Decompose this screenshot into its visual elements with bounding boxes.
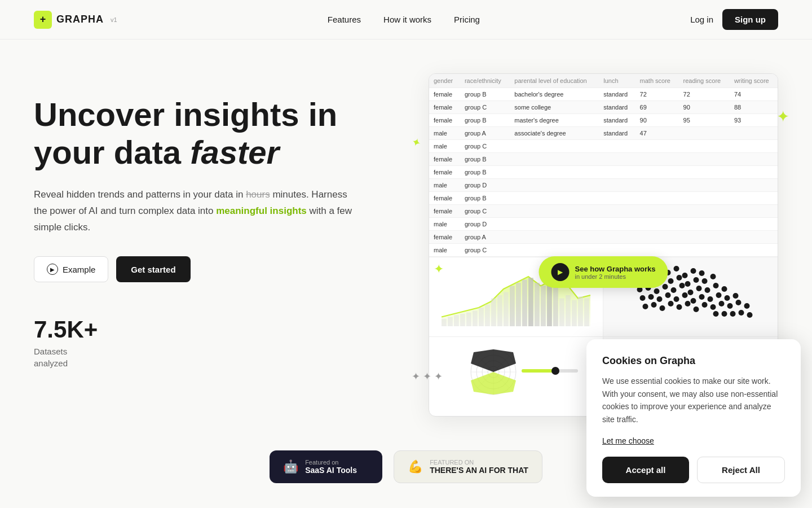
nav-how-it-works[interactable]: How it works [383, 15, 431, 24]
nav-links: Features How it works Pricing [328, 15, 480, 24]
svg-point-47 [671, 287, 677, 293]
svg-point-42 [710, 274, 716, 279]
svg-rect-9 [497, 295, 502, 326]
accept-all-button[interactable]: Accept all [602, 457, 689, 483]
play-text-block: See how Grapha works in under 2 minutes [575, 265, 655, 280]
donut-svg [436, 344, 596, 400]
data-table: gender race/ethnicity parental level of … [429, 74, 778, 257]
svg-rect-22 [578, 296, 583, 326]
stat-label: Datasets analyzed [34, 345, 361, 369]
col-race: race/ethnicity [460, 74, 510, 88]
svg-point-49 [688, 290, 694, 295]
svg-point-68 [660, 305, 665, 311]
svg-rect-6 [479, 308, 484, 326]
navbar: + GRAPHA v1 Features How it works Pricin… [0, 0, 812, 40]
svg-rect-14 [528, 278, 533, 326]
svg-point-63 [716, 292, 722, 298]
svg-point-96 [551, 367, 559, 375]
svg-point-66 [643, 304, 648, 309]
svg-rect-19 [559, 299, 564, 327]
svg-point-78 [744, 303, 750, 309]
svg-point-70 [677, 304, 682, 310]
svg-rect-23 [584, 299, 589, 327]
logo-version: v1 [111, 16, 117, 23]
nav-features[interactable]: Features [328, 15, 361, 24]
svg-rect-95 [522, 369, 555, 373]
svg-rect-17 [547, 282, 552, 326]
logo[interactable]: + GRAPHA v1 [34, 11, 117, 29]
svg-rect-20 [566, 295, 571, 326]
svg-point-81 [730, 311, 736, 317]
chart-star-deco: ✦ [434, 262, 444, 277]
svg-point-56 [657, 296, 663, 302]
svg-rect-12 [516, 283, 521, 326]
cookie-let-me-choose-link[interactable]: Let me choose [602, 436, 654, 445]
saas-badge: 🤖 Featured on SaaS AI Tools [270, 450, 382, 483]
svg-point-29 [674, 266, 679, 271]
table-row: femalegroup B [429, 153, 778, 166]
svg-rect-16 [541, 286, 546, 327]
signup-button[interactable]: Sign up [722, 9, 778, 30]
deco-bottom: ✦ ✦ ✦ [412, 370, 443, 383]
svg-point-59 [682, 292, 688, 298]
get-started-button[interactable]: Get started [116, 256, 190, 282]
hero-buttons: ▶ Example Get started [34, 256, 361, 282]
svg-point-48 [679, 283, 685, 288]
saas-badge-icon: 🤖 [283, 459, 298, 474]
deco-star1: ✦ [776, 107, 789, 126]
table-row: malegroup D [429, 179, 778, 192]
svg-point-64 [725, 295, 730, 301]
svg-point-73 [702, 302, 708, 308]
svg-point-55 [648, 294, 654, 300]
table-row: malegroup D [429, 218, 778, 231]
svg-rect-3 [460, 314, 465, 326]
svg-point-45 [654, 288, 660, 294]
cookie-title: Cookies on Grapha [602, 355, 785, 367]
col-education: parental level of education [510, 74, 599, 88]
stat-number: 7.5K+ [34, 316, 361, 343]
svg-rect-18 [553, 284, 558, 326]
logo-icon: + [34, 11, 52, 29]
svg-point-72 [694, 306, 699, 312]
svg-rect-21 [572, 300, 577, 326]
col-writing: writing score [730, 74, 778, 88]
svg-point-51 [705, 287, 710, 293]
example-button[interactable]: ▶ Example [34, 256, 108, 282]
svg-point-62 [708, 296, 713, 302]
hero-content: Uncover insights in your data faster Rev… [34, 85, 361, 369]
table-row: femalegroup Csome collegestandard699088 [429, 101, 778, 114]
svg-marker-92 [471, 349, 516, 372]
svg-point-37 [668, 278, 674, 284]
table-row: femalegroup Bbachelor's degreestandard72… [429, 88, 778, 101]
svg-point-32 [699, 270, 705, 276]
svg-marker-93 [471, 372, 516, 395]
logo-text: GRAPHA [56, 14, 104, 25]
table-row: femalegroup B [429, 166, 778, 179]
cookie-banner: Cookies on Grapha We use essential cooki… [586, 339, 801, 497]
svg-point-83 [747, 312, 753, 318]
nav-actions: Log in Sign up [690, 9, 778, 30]
nav-pricing[interactable]: Pricing [454, 15, 480, 24]
example-play-icon: ▶ [47, 264, 58, 275]
play-overlay[interactable]: ▶ See how Grapha works in under 2 minute… [539, 256, 668, 288]
svg-point-79 [713, 311, 719, 317]
ai-for-that-badge: 💪 FEATURED ON THERE'S AN AI FOR THAT [394, 450, 542, 483]
table-row: femalegroup Bmaster's degreestandard9095… [429, 114, 778, 127]
hero-description: Reveal hidden trends and patterns in you… [34, 187, 361, 236]
svg-point-75 [719, 301, 725, 306]
table-row: femalegroup C [429, 205, 778, 218]
strikethrough-hours: hours [246, 189, 270, 200]
svg-point-65 [733, 293, 739, 299]
donut-chart-cell [429, 337, 603, 416]
svg-point-31 [691, 268, 696, 274]
svg-rect-5 [473, 311, 478, 327]
svg-point-71 [685, 301, 691, 306]
reject-all-button[interactable]: Reject All [697, 457, 785, 483]
svg-point-41 [702, 278, 708, 284]
svg-rect-10 [504, 292, 509, 327]
svg-point-58 [674, 296, 679, 302]
svg-point-61 [699, 294, 705, 300]
login-button[interactable]: Log in [690, 15, 713, 24]
svg-point-82 [739, 310, 744, 316]
table-row: malegroup C [429, 244, 778, 257]
